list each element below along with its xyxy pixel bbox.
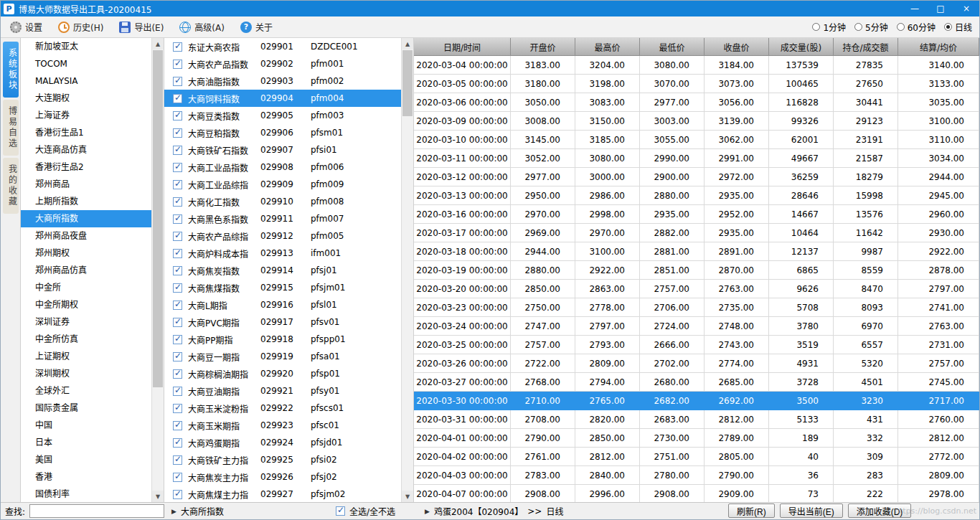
add-favorite-button[interactable]: 添加收藏(D) [848, 504, 912, 518]
column-header[interactable]: 最低价 [640, 38, 705, 56]
toolbar-button-history[interactable]: 历史(H) [52, 19, 110, 35]
checkbox-checked-icon[interactable] [173, 197, 182, 207]
checkbox-checked-icon[interactable] [173, 163, 182, 172]
checkbox-checked-icon[interactable] [173, 283, 182, 293]
sidebar-item[interactable]: 上期所指数 [21, 193, 151, 210]
sidebar-item[interactable]: TOCOM [21, 55, 151, 72]
column-header[interactable]: 日期/时间 [414, 38, 511, 56]
table-row[interactable]: 2020-03-16 00:00:002970.002998.002935.00… [414, 205, 979, 224]
sidebar-item[interactable]: 国债利率 [21, 486, 151, 502]
sidebar-item[interactable]: 大连商品仿真 [21, 141, 151, 159]
sidebar-item[interactable]: 香港 [21, 468, 151, 486]
table-row[interactable]: 2020-03-09 00:00:003008.003150.003003.00… [414, 112, 979, 131]
table-row[interactable]: 2020-03-24 00:00:002747.002797.002724.00… [414, 317, 979, 336]
contract-row[interactable]: 大商工业品综指029909pfm009 [164, 176, 401, 193]
checkbox-checked-icon[interactable] [173, 249, 182, 258]
select-all-checkbox-icon[interactable] [336, 506, 345, 516]
select-all-toggle[interactable]: 全选/全不选 [336, 503, 395, 519]
checkbox-checked-icon[interactable] [173, 421, 182, 430]
column-header[interactable]: 结算/均价 [898, 38, 979, 56]
sidebar-item[interactable]: 香港衍生品2 [21, 159, 151, 176]
scroll-down-icon[interactable]: ▼ [152, 491, 164, 502]
checkbox-checked-icon[interactable] [173, 369, 182, 379]
checkbox-checked-icon[interactable] [173, 301, 182, 310]
side-tab-system[interactable]: 系统板块 [3, 42, 19, 98]
minimize-button[interactable]: — [902, 1, 928, 16]
contract-row[interactable]: 大商焦煤指数029915pfsjm01 [164, 279, 401, 296]
maximize-button[interactable]: □ [928, 1, 953, 16]
toolbar-button-about[interactable]: 关于 [234, 19, 279, 35]
sidebar-item[interactable]: 郑州商品 [21, 176, 151, 193]
table-row[interactable]: 2020-03-12 00:00:002977.003000.002900.00… [414, 168, 979, 186]
contract-scrollbar-thumb[interactable] [402, 50, 413, 116]
column-header[interactable]: 开盘价 [511, 38, 575, 56]
sidebar-item[interactable]: 中金所期权 [21, 296, 151, 313]
column-header[interactable]: 最高价 [575, 38, 640, 56]
period-radio-1分钟[interactable]: 1分钟 [812, 21, 846, 33]
checkbox-checked-icon[interactable] [173, 60, 182, 69]
sidebar-scrollbar-thumb[interactable] [153, 50, 163, 387]
table-row[interactable]: 2020-04-07 00:00:002908.002996.002908.00… [414, 485, 979, 502]
table-row[interactable]: 2020-03-05 00:00:003180.003198.003070.00… [414, 75, 979, 93]
sidebar-item[interactable]: 国际贵金属 [21, 400, 151, 417]
table-row[interactable]: 2020-03-17 00:00:002969.002970.002882.00… [414, 224, 979, 242]
sidebar-item[interactable]: 中国 [21, 417, 151, 434]
table-row[interactable]: 2020-03-25 00:00:002757.002793.002666.00… [414, 336, 979, 354]
sidebar-item[interactable]: 深圳证券 [21, 313, 151, 331]
table-row[interactable]: 2020-03-30 00:00:002710.002765.002682.00… [414, 392, 979, 410]
export-current-button[interactable]: 导出当前(E) [780, 504, 843, 518]
checkbox-checked-icon[interactable] [173, 473, 182, 482]
column-header[interactable]: 收盘价 [705, 38, 769, 56]
checkbox-checked-icon[interactable] [173, 146, 182, 155]
table-row[interactable]: 2020-03-13 00:00:002950.002986.002880.00… [414, 186, 979, 205]
table-row[interactable]: 2020-03-06 00:00:003050.003083.002977.00… [414, 93, 979, 112]
period-radio-60分钟[interactable]: 60分钟 [897, 21, 936, 33]
contract-row[interactable]: 大商鸡蛋期指029924pfsjd01 [164, 434, 401, 451]
contract-row[interactable]: 大商黑色系指数029911pfm007 [164, 210, 401, 227]
checkbox-checked-icon[interactable] [173, 214, 182, 224]
table-row[interactable]: 2020-04-01 00:00:002790.002850.002730.00… [414, 429, 979, 448]
contract-row[interactable]: 大商工业品指数029908pfm006 [164, 159, 401, 176]
sidebar-item[interactable]: 深圳期权 [21, 365, 151, 382]
contract-row[interactable]: 大商PVC期指029917pfsv01 [164, 313, 401, 331]
checkbox-checked-icon[interactable] [173, 455, 182, 465]
contract-row[interactable]: 大商L期指029916pfsl01 [164, 296, 401, 313]
contract-row[interactable]: 大商炉料成本指029913ifm001 [164, 245, 401, 262]
table-row[interactable]: 2020-03-10 00:00:003145.003185.003055.00… [414, 131, 979, 149]
table-row[interactable]: 2020-03-26 00:00:002722.002809.002702.00… [414, 354, 979, 373]
table-row[interactable]: 2020-04-02 00:00:002761.002812.002751.00… [414, 448, 979, 466]
table-row[interactable]: 2020-03-31 00:00:002708.002820.002683.00… [414, 410, 979, 429]
contract-row[interactable]: 大商豆类指数029905pfm003 [164, 107, 401, 124]
sidebar-item[interactable]: 中金所 [21, 279, 151, 296]
sidebar-item[interactable]: 大商所指数 [21, 210, 151, 227]
contract-row[interactable]: 大商豆油期指029921pfsy01 [164, 382, 401, 400]
toolbar-button-export[interactable]: 导出(E) [113, 19, 170, 35]
find-input[interactable] [29, 504, 164, 518]
sidebar-item[interactable]: 新加坡亚太 [21, 38, 151, 55]
table-row[interactable]: 2020-03-23 00:00:002750.002778.002706.00… [414, 298, 979, 317]
checkbox-checked-icon[interactable] [173, 42, 182, 52]
sidebar-item[interactable]: 郑州期权 [21, 245, 151, 262]
sidebar-item[interactable]: 日本 [21, 434, 151, 451]
contract-row[interactable]: 大商豆一期指029919pfsa01 [164, 348, 401, 365]
contract-row[interactable]: 大商铁矿主力指029925pfsi02 [164, 451, 401, 468]
table-row[interactable]: 2020-03-11 00:00:003052.003080.002990.00… [414, 149, 979, 168]
sidebar-scrollbar[interactable]: ▲ ▼ [151, 38, 164, 502]
contract-row[interactable]: 大商焦煤主力指029927pfsjm02 [164, 486, 401, 502]
checkbox-checked-icon[interactable] [173, 232, 182, 241]
column-header[interactable]: 持仓/成交额 [834, 38, 898, 56]
sidebar-item[interactable]: 全球外汇 [21, 382, 151, 400]
contract-row[interactable]: 大商油脂指数029903pfm002 [164, 72, 401, 90]
contract-row[interactable]: 大商棕榈油期指029920pfsp01 [164, 365, 401, 382]
contract-row[interactable]: 大商化工指数029910pfm008 [164, 193, 401, 210]
contract-row[interactable]: 大商焦炭主力指029926pfsj02 [164, 468, 401, 486]
contract-row[interactable]: 大商铁矿石指数029907pfsi01 [164, 141, 401, 159]
sidebar-item[interactable]: 郑州商品夜盘 [21, 227, 151, 245]
checkbox-checked-icon[interactable] [173, 438, 182, 448]
contract-row[interactable]: 大商PP期指029918pfspp01 [164, 331, 401, 348]
checkbox-checked-icon[interactable] [173, 94, 182, 103]
contract-row[interactable]: 大商玉米淀粉指029922pfscs01 [164, 400, 401, 417]
table-row[interactable]: 2020-03-27 00:00:002768.002794.002680.00… [414, 373, 979, 392]
contract-row[interactable]: 东证大商农指029901DZDCE001 [164, 38, 401, 55]
checkbox-checked-icon[interactable] [173, 490, 182, 499]
